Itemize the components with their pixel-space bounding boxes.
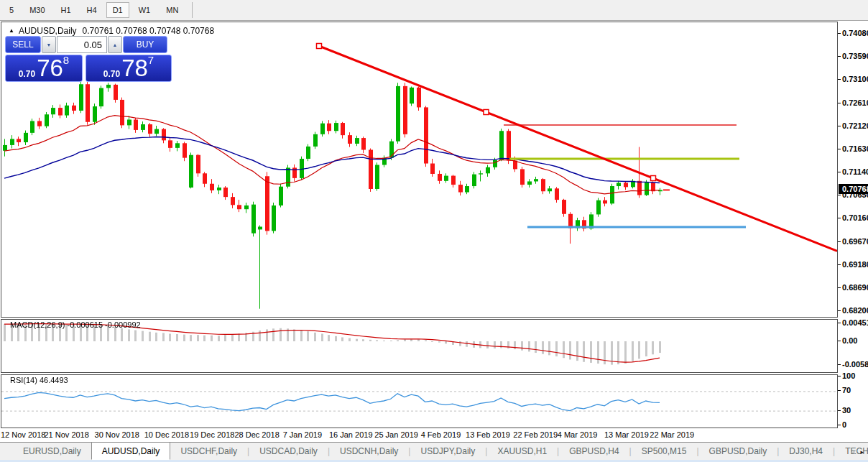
price-axis-label: 0.73100	[842, 75, 868, 83]
chart-title: ▲AUDUSD,Daily0.70761 0.70768 0.70748 0.7…	[9, 26, 214, 36]
date-axis-label: 28 Dec 2018	[234, 430, 279, 439]
sell-price-pip: 8	[63, 56, 69, 65]
buy-price-quote[interactable]: 0.70 78 7	[86, 55, 172, 82]
rsi-label: RSI(14) 46.4493	[10, 376, 68, 384]
tab-scroll-left-icon[interactable]: ◂	[851, 448, 855, 456]
date-axis-label: 12 Nov 2018	[1, 430, 45, 439]
collapse-arrow-icon[interactable]: ▲	[9, 27, 14, 34]
date-axis-label: 10 Dec 2018	[144, 430, 189, 439]
date-axis-label: 22 Mar 2019	[650, 430, 694, 439]
date-axis-label: 25 Jan 2019	[374, 430, 418, 439]
volume-input[interactable]	[57, 36, 107, 53]
chart-tab-gbpusd-h4[interactable]: GBPUSD,H4	[559, 443, 629, 460]
chart-tab-xauusd-h1[interactable]: XAUUSD,H1	[487, 443, 557, 460]
chart-tab-dj30-h4[interactable]: DJ30,H4	[779, 443, 833, 460]
toolbar-separator	[192, 2, 193, 18]
price-axis-label: 0.71630	[842, 144, 868, 153]
sell-price-quote[interactable]: 0.70 76 8	[5, 55, 83, 82]
price-axis-label: 0.70160	[842, 213, 868, 222]
rsi-canvas[interactable]	[1, 375, 837, 428]
rsi-axis-label: 100	[842, 371, 855, 380]
timeframe-h4[interactable]: H4	[80, 2, 103, 18]
price-axis-label: 0.74080	[842, 29, 868, 37]
buy-price-pip: 7	[148, 56, 154, 65]
date-axis-label: 21 Nov 2018	[44, 430, 88, 439]
timeframe-w1[interactable]: W1	[132, 2, 157, 18]
timeframe-toolbar: 5M30H1H4D1W1MN	[0, 0, 868, 21]
chart-ohlc-values: 0.70761 0.70768 0.70748 0.70768	[83, 26, 215, 36]
sell-price-big: 76	[37, 57, 63, 79]
price-axis-label: 0.71140	[842, 167, 868, 176]
price-axis-label: 0.68690	[842, 283, 868, 292]
chart-tab-gbpusd-daily[interactable]: GBPUSD,Daily	[699, 443, 777, 460]
date-axis-label: 22 Feb 2019	[513, 430, 558, 439]
rsi-axis-label: 70	[842, 386, 851, 394]
timeframe-m30[interactable]: M30	[23, 2, 51, 18]
tab-scroll-right-icon[interactable]: ▸	[860, 448, 864, 456]
chart-tab-usdcnh-daily[interactable]: USDCNH,Daily	[330, 443, 408, 460]
timeframe-mn[interactable]: MN	[160, 2, 185, 18]
buy-price-big: 78	[121, 57, 148, 79]
date-axis-label: 13 Mar 2019	[604, 430, 649, 439]
price-axis-label: 0.69180	[842, 260, 868, 269]
buy-button[interactable]: BUY	[123, 36, 167, 53]
chart-tab-usdchf-daily[interactable]: USDCHF,Daily	[170, 443, 247, 460]
macd-axis-label: 0.004517	[842, 318, 868, 327]
date-axis-label: 4 Feb 2019	[421, 430, 461, 439]
chart-tab-sp500-m15[interactable]: SP500,M15	[632, 443, 697, 460]
date-axis-label: 4 Mar 2019	[558, 430, 598, 439]
date-axis-label: 7 Jan 2019	[283, 430, 322, 439]
price-axis-label: 0.73590	[842, 52, 868, 60]
timeframe-5[interactable]: 5	[3, 2, 20, 18]
price-axis-label: 0.69670	[842, 237, 868, 246]
date-axis: 12 Nov 201821 Nov 201830 Nov 201810 Dec …	[0, 429, 868, 441]
buy-price-small: 0.70	[103, 69, 120, 79]
chart-tab-usdcad-daily[interactable]: USDCAD,Daily	[249, 443, 328, 460]
one-click-trading-panel: SELL ▼ ▲ BUY 0.70 76 8 0.70 78 7	[5, 36, 172, 82]
chart-symbol-label: AUDUSD,Daily	[19, 26, 77, 36]
date-axis-label: 16 Jan 2019	[329, 430, 373, 439]
price-axis-label: 0.72610	[842, 98, 868, 107]
macd-axis-label: -0.005899	[842, 360, 868, 369]
chart-tab-audusd-daily[interactable]: AUDUSD,Daily	[91, 442, 171, 460]
price-axis-label: 0.68200	[842, 306, 868, 315]
rsi-axis-label: 0	[842, 420, 846, 429]
timeframe-d1[interactable]: D1	[106, 2, 129, 18]
chart-tab-eurusd-daily[interactable]: EURUSD,Daily	[13, 443, 91, 460]
chart-tabs-bar: EURUSD,DailyAUDUSD,DailyUSDCHF,Daily|USD…	[0, 442, 868, 462]
macd-axis-label: 0.00	[842, 336, 857, 345]
tab-scroll-arrows: ◂ ▸	[851, 443, 864, 461]
volume-decrease-button[interactable]: ▼	[42, 36, 56, 53]
rsi-axis-label: 30	[842, 406, 851, 415]
rsi-indicator-panel	[1, 374, 838, 428]
current-price-badge: 0.70768	[839, 184, 868, 194]
timeframe-h1[interactable]: H1	[55, 2, 78, 18]
sell-price-small: 0.70	[19, 69, 35, 79]
volume-increase-button[interactable]: ▲	[108, 36, 122, 53]
chart-tab-usdjpy-daily[interactable]: USDJPY,Daily	[410, 443, 485, 460]
sell-button[interactable]: SELL	[5, 36, 41, 53]
mt4-window: 5M30H1H4D1W1MN ▲AUDUSD,Daily0.70761 0.70…	[0, 0, 868, 462]
date-axis-label: 30 Nov 2018	[95, 430, 139, 439]
macd-label: MACD(12,26,9) -0.000615 -0.000992	[10, 320, 141, 329]
date-axis-label: 19 Dec 2018	[190, 430, 234, 439]
price-axis-label: 0.72120	[842, 121, 868, 130]
date-axis-label: 13 Feb 2019	[466, 430, 510, 439]
